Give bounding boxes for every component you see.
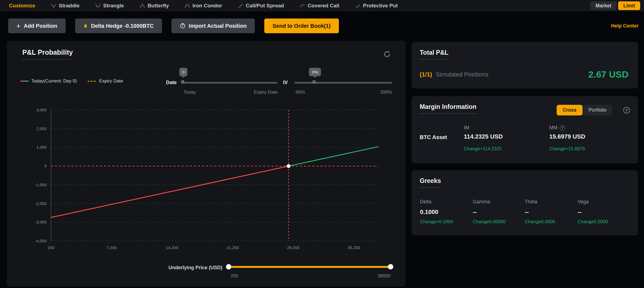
tab-butterfly[interactable]: Butterfly xyxy=(140,3,169,9)
mm-change: Change+15.6979 xyxy=(549,146,585,152)
straddle-icon xyxy=(51,4,56,8)
order-type-toggle: Market Limit xyxy=(590,1,640,10)
call-put-spread-icon xyxy=(238,4,243,8)
greek-label: Delta xyxy=(420,199,453,205)
help-center-link[interactable]: Help Center xyxy=(611,23,639,29)
svg-text:35,200: 35,200 xyxy=(348,245,360,250)
iv-slider-value: 0% xyxy=(312,70,318,74)
im-change: Change+114.2325 xyxy=(464,146,502,152)
svg-text:-4,000: -4,000 xyxy=(35,238,47,243)
expiry-line-swatch xyxy=(88,81,96,82)
date-slider-max-label: Expiry Date xyxy=(254,90,278,95)
tab-call-put-spread[interactable]: Call/Put Spread xyxy=(238,3,284,9)
tab-covered-call[interactable]: Covered Call xyxy=(300,3,339,9)
positions-count: (1/1) xyxy=(420,71,432,78)
svg-text:-3,000: -3,000 xyxy=(35,220,47,224)
upload-icon xyxy=(180,23,186,29)
tab-protective-put[interactable]: Protective Put xyxy=(355,3,398,9)
total-pnl-title: Total P&L xyxy=(420,49,449,60)
iv-slider-thumb[interactable] xyxy=(312,80,316,84)
iv-slider: IV 0% -80% 300% xyxy=(283,67,392,97)
tab-label: Strangle xyxy=(103,3,124,9)
chart-annotations xyxy=(51,110,378,241)
strangle-icon xyxy=(95,4,101,8)
greek-delta: Delta 0.1000 Change+0.1000 xyxy=(420,199,453,225)
cross-toggle[interactable]: Cross xyxy=(557,105,582,115)
svg-text:2,000: 2,000 xyxy=(36,126,47,131)
legend-today[interactable]: Today(Current: Day 0) xyxy=(20,78,77,84)
butterfly-icon xyxy=(140,4,145,8)
add-position-button[interactable]: + Add Position xyxy=(8,19,66,33)
price-slider-min-handle[interactable] xyxy=(226,264,231,269)
flame-icon xyxy=(83,23,88,29)
add-position-label: Add Position xyxy=(24,23,57,29)
protective-put-icon xyxy=(355,4,361,8)
legend-expiry-label: Expiry Date xyxy=(99,78,123,84)
positions-subtitle: Simulated Positions xyxy=(436,71,488,78)
price-slider-track[interactable] xyxy=(227,266,392,268)
tab-label: Butterfly xyxy=(148,3,169,9)
svg-text:1,000: 1,000 xyxy=(36,145,47,149)
legend-expiry[interactable]: Expiry Date xyxy=(88,78,123,84)
svg-text:200: 200 xyxy=(47,245,54,250)
tab-strangle[interactable]: Strangle xyxy=(95,3,124,9)
pnl-probability-panel: P&L Probability Today(Current: Day 0) Ex… xyxy=(7,41,406,287)
mm-header-label: MM xyxy=(549,125,557,131)
svg-text:0: 0 xyxy=(44,164,47,168)
date-slider-thumb[interactable] xyxy=(181,80,184,84)
tab-label: Covered Call xyxy=(308,3,339,9)
import-position-button[interactable]: Import Actual Position xyxy=(171,19,255,33)
tab-straddle[interactable]: Straddle xyxy=(51,3,79,9)
im-value: 114.2325 USD xyxy=(464,133,503,140)
greeks-title: Greeks xyxy=(420,177,441,188)
greek-label: Theta xyxy=(525,199,555,205)
iv-slider-tooltip: 0% xyxy=(309,68,321,76)
greek-change: Change+0.1000 xyxy=(420,219,453,225)
greek-change: Change0.0000 xyxy=(578,219,608,225)
greek-value: -- xyxy=(473,209,506,216)
margin-help-icon[interactable]: ? xyxy=(623,107,630,114)
chart-axis-labels: 3,0002,0001,0000-1,000-2,000-3,000-4,000… xyxy=(35,108,360,250)
svg-text:-2,000: -2,000 xyxy=(35,201,47,206)
chart-legend: Today(Current: Day 0) Expiry Date xyxy=(20,78,123,84)
portfolio-toggle[interactable]: Portfolio xyxy=(582,105,612,115)
iv-slider-min-label: -80% xyxy=(295,90,305,95)
refresh-icon xyxy=(383,50,391,58)
limit-button[interactable]: Limit xyxy=(618,1,640,10)
greek-label: Vega xyxy=(578,199,608,205)
plus-icon: + xyxy=(16,22,20,29)
legend-today-label: Today(Current: Day 0) xyxy=(31,78,77,84)
market-button[interactable]: Market xyxy=(590,1,617,10)
covered-call-icon xyxy=(300,4,305,8)
date-slider: Date 0 Today Expiry Date xyxy=(166,67,278,97)
date-slider-label: Date xyxy=(166,80,177,85)
mm-header: MM ? xyxy=(549,125,565,131)
panel-title: P&L Probability xyxy=(22,48,73,60)
price-slider-max-label: 38000 xyxy=(378,273,390,279)
total-pnl-card: Total P&L (1/1) Simulated Positions 2.67… xyxy=(412,42,638,88)
greek-label: Gamma xyxy=(473,199,506,205)
margin-mode-toggle: Cross Portfolio xyxy=(557,105,612,115)
mm-help-icon[interactable]: ? xyxy=(560,125,565,131)
delta-hedge-button[interactable]: Delta Hedge -0.1000BTC xyxy=(75,19,162,33)
refresh-button[interactable] xyxy=(383,50,391,59)
top-nav: Customize Straddle Strangle Butterfly Ir… xyxy=(0,0,644,11)
import-position-label: Import Actual Position xyxy=(189,23,247,29)
asset-label: BTC Asset xyxy=(420,134,447,140)
tab-label: Iron Condor xyxy=(192,3,222,9)
mm-value: 15.6979 USD xyxy=(549,133,585,140)
price-slider-max-handle[interactable] xyxy=(388,264,393,269)
tab-iron-condor[interactable]: Iron Condor xyxy=(185,3,222,9)
iv-slider-track[interactable]: 0% xyxy=(295,82,392,84)
date-slider-tooltip: 0 xyxy=(179,68,188,76)
svg-text:3,000: 3,000 xyxy=(36,108,47,112)
total-pnl-value: 2.67 USD xyxy=(588,69,628,80)
greek-value: -- xyxy=(525,209,555,216)
date-slider-track[interactable]: 0 xyxy=(183,82,277,84)
greek-theta: Theta -- Change0.0000 xyxy=(525,199,555,225)
tab-customize[interactable]: Customize xyxy=(9,3,35,9)
send-to-order-book-button[interactable]: Send to Order Book(1) xyxy=(264,19,339,33)
options-strategy-page: { "colors":{"accent_orange":"#f7a600","g… xyxy=(0,0,644,288)
iron-condor-icon xyxy=(185,4,190,8)
margin-information-card: Margin Information Cross Portfolio ? IM … xyxy=(412,96,638,163)
